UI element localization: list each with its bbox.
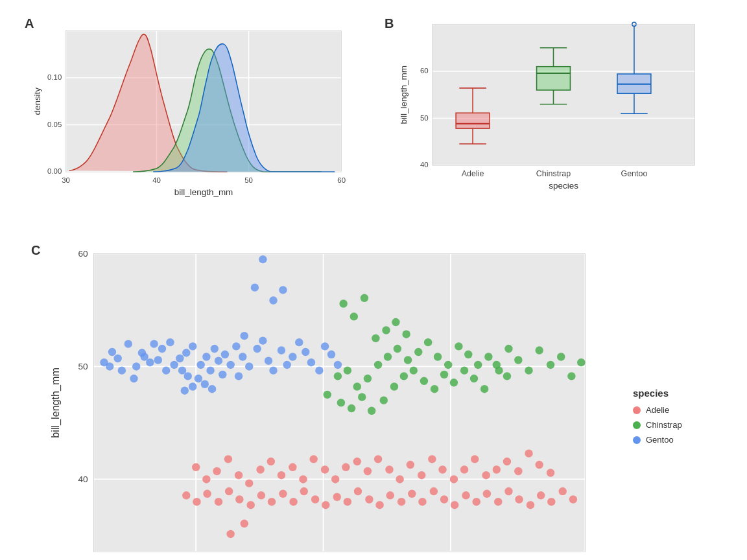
svg-point-134 [484, 353, 492, 360]
svg-point-96 [289, 353, 296, 360]
svg-point-176 [256, 465, 264, 473]
svg-text:Chinstrap: Chinstrap [536, 169, 571, 178]
svg-point-225 [408, 490, 416, 498]
svg-point-236 [527, 501, 534, 509]
svg-point-170 [192, 463, 200, 471]
svg-point-153 [480, 385, 488, 393]
svg-point-216 [311, 495, 319, 503]
panel-c-label: C [31, 243, 40, 258]
svg-point-83 [221, 351, 229, 358]
svg-point-202 [535, 461, 543, 469]
svg-point-233 [494, 498, 502, 506]
svg-point-86 [232, 342, 240, 350]
svg-point-180 [299, 475, 307, 483]
svg-point-100 [315, 366, 323, 374]
svg-point-151 [460, 366, 468, 374]
svg-point-175 [245, 479, 253, 487]
svg-point-188 [385, 465, 393, 473]
svg-point-130 [444, 361, 452, 369]
svg-point-160 [402, 330, 410, 338]
svg-point-115 [334, 361, 342, 369]
svg-point-69 [154, 356, 162, 364]
svg-point-192 [428, 455, 436, 463]
boxplot: 40 50 60 Adelie Chinstrap Gentoo species… [383, 18, 724, 199]
density-plot: 0.00 0.05 0.10 30 40 50 60 bill_length_m… [23, 24, 364, 205]
svg-point-238 [547, 498, 555, 506]
svg-text:50: 50 [244, 176, 253, 184]
svg-point-157 [372, 334, 379, 342]
svg-point-229 [451, 501, 458, 509]
svg-point-166 [547, 361, 554, 369]
svg-point-95 [283, 361, 290, 369]
svg-text:40: 40 [420, 161, 429, 169]
svg-point-84 [226, 361, 234, 369]
svg-point-109 [118, 366, 126, 374]
svg-rect-28 [456, 113, 490, 128]
svg-point-158 [382, 326, 390, 334]
svg-text:species: species [549, 181, 578, 191]
svg-point-73 [182, 349, 190, 356]
svg-point-234 [504, 487, 512, 495]
svg-point-241 [226, 530, 234, 538]
svg-point-187 [374, 455, 382, 463]
svg-point-220 [354, 487, 362, 495]
adelie-legend-label: Adelie [646, 405, 669, 415]
legend: species Adelie Chinstrap Gentoo [626, 238, 724, 560]
svg-point-65 [132, 362, 140, 370]
svg-point-240 [569, 495, 577, 503]
svg-point-183 [331, 475, 339, 483]
svg-point-163 [514, 356, 522, 364]
svg-point-106 [279, 286, 287, 294]
svg-point-214 [289, 498, 297, 506]
svg-point-172 [213, 467, 220, 475]
svg-point-133 [474, 361, 482, 369]
svg-point-189 [396, 475, 403, 483]
svg-point-177 [267, 458, 275, 465]
svg-point-196 [471, 455, 479, 463]
svg-point-72 [176, 355, 184, 362]
svg-point-152 [470, 375, 478, 382]
svg-point-97 [295, 338, 303, 346]
svg-point-131 [455, 342, 462, 350]
svg-point-68 [166, 338, 174, 346]
svg-point-217 [322, 501, 329, 509]
svg-text:bill_length_mm: bill_length_mm [399, 65, 409, 124]
svg-point-142 [368, 407, 375, 415]
svg-point-232 [483, 490, 491, 498]
svg-point-210 [247, 501, 255, 509]
svg-rect-34 [537, 67, 571, 90]
chinstrap-legend-label: Chinstrap [646, 420, 682, 430]
svg-text:0.05: 0.05 [47, 121, 62, 128]
svg-point-235 [515, 495, 523, 503]
svg-point-81 [215, 357, 222, 365]
svg-point-127 [414, 348, 422, 356]
svg-point-164 [525, 366, 532, 374]
svg-point-208 [225, 487, 233, 495]
svg-point-121 [344, 366, 351, 374]
panel-b-label: B [385, 16, 394, 31]
main-container: A [17, 11, 730, 549]
svg-point-179 [289, 463, 296, 471]
panel-a-label: A [25, 16, 34, 31]
svg-point-90 [253, 345, 261, 353]
scatter-plot: 40 50 60 15.0 17.5 20.0 bill_depth_mm bi… [49, 244, 613, 560]
svg-point-125 [394, 345, 401, 353]
svg-point-182 [321, 465, 329, 473]
svg-point-102 [327, 351, 335, 358]
svg-point-126 [404, 356, 412, 364]
svg-point-79 [195, 375, 202, 382]
legend-item-adelie: Adelie [633, 405, 724, 415]
svg-point-139 [337, 399, 345, 406]
svg-point-226 [418, 498, 426, 506]
svg-point-78 [202, 353, 210, 360]
gentoo-legend-dot [633, 436, 641, 444]
svg-point-138 [324, 391, 331, 399]
svg-point-117 [208, 385, 216, 393]
svg-point-118 [189, 382, 196, 390]
svg-point-114 [100, 358, 108, 366]
svg-point-207 [215, 498, 222, 506]
svg-point-171 [202, 475, 210, 483]
svg-point-190 [407, 461, 414, 469]
svg-point-239 [558, 487, 566, 495]
svg-point-141 [358, 393, 366, 401]
